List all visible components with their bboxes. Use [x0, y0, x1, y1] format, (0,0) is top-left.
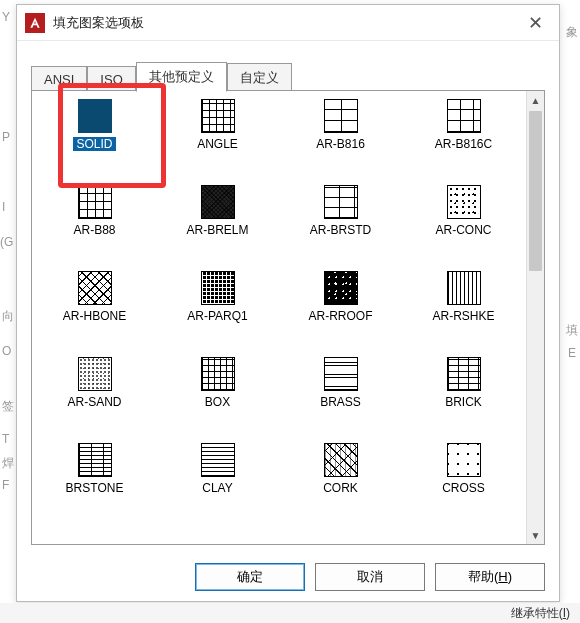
cancel-button[interactable]: 取消	[315, 563, 425, 591]
pattern-swatch-icon	[447, 443, 481, 477]
pattern-label: CORK	[323, 481, 358, 495]
tab-ANSI[interactable]: ANSI	[31, 66, 87, 92]
pattern-label: AR-B88	[73, 223, 115, 237]
pattern-swatch-icon	[78, 99, 112, 133]
pattern-label: AR-RROOF	[309, 309, 373, 323]
pattern-swatch-icon	[201, 357, 235, 391]
pattern-label: AR-BRSTD	[310, 223, 371, 237]
pattern-label: AR-RSHKE	[432, 309, 494, 323]
pattern-swatch-icon	[78, 357, 112, 391]
pattern-item-ar-sand[interactable]: AR-SAND	[45, 357, 145, 409]
pattern-item-ar-conc[interactable]: AR-CONC	[414, 185, 514, 237]
pattern-swatch-icon	[78, 271, 112, 305]
pattern-item-ar-rshke[interactable]: AR-RSHKE	[414, 271, 514, 323]
scroll-down-arrow-icon[interactable]: ▼	[527, 526, 544, 544]
pattern-label: AR-B816	[316, 137, 365, 151]
tab-ISO[interactable]: ISO	[87, 66, 135, 92]
pattern-swatch-icon	[324, 185, 358, 219]
pattern-item-ar-hbone[interactable]: AR-HBONE	[45, 271, 145, 323]
pattern-label: BRICK	[445, 395, 482, 409]
pattern-swatch-icon	[324, 443, 358, 477]
pattern-label: ANGLE	[197, 137, 238, 151]
pattern-item-box[interactable]: BOX	[168, 357, 268, 409]
pattern-item-cross[interactable]: CROSS	[414, 443, 514, 495]
scrollbar-vertical[interactable]: ▲ ▼	[526, 91, 544, 544]
tab-自定义[interactable]: 自定义	[227, 63, 292, 92]
pattern-swatch-icon	[201, 443, 235, 477]
pattern-grid-wrap: SOLIDANGLEAR-B816AR-B816CAR-B88AR-BRELMA…	[32, 91, 526, 544]
hatch-pattern-palette-dialog: 填充图案选项板 ✕ ANSIISO其他预定义自定义 SOLIDANGLEAR-B…	[16, 4, 560, 602]
pattern-item-ar-brstd[interactable]: AR-BRSTD	[291, 185, 391, 237]
pattern-grid: SOLIDANGLEAR-B816AR-B816CAR-B88AR-BRELMA…	[36, 99, 522, 495]
ok-button-label: 确定	[237, 568, 263, 586]
pattern-swatch-icon	[201, 271, 235, 305]
pattern-swatch-icon	[447, 99, 481, 133]
titlebar: 填充图案选项板 ✕	[17, 5, 559, 41]
dialog-title: 填充图案选项板	[53, 14, 144, 32]
pattern-swatch-icon	[447, 185, 481, 219]
help-button[interactable]: 帮助(H)	[435, 563, 545, 591]
pattern-swatch-icon	[78, 185, 112, 219]
pattern-item-clay[interactable]: CLAY	[168, 443, 268, 495]
tab-strip: ANSIISO其他预定义自定义	[17, 41, 559, 91]
ok-button[interactable]: 确定	[195, 563, 305, 591]
scroll-up-arrow-icon[interactable]: ▲	[527, 91, 544, 109]
pattern-label: AR-HBONE	[63, 309, 126, 323]
pattern-swatch-icon	[447, 357, 481, 391]
pattern-label: BOX	[205, 395, 230, 409]
pattern-item-ar-brelm[interactable]: AR-BRELM	[168, 185, 268, 237]
pattern-swatch-icon	[324, 357, 358, 391]
pattern-pane: SOLIDANGLEAR-B816AR-B816CAR-B88AR-BRELMA…	[31, 90, 545, 545]
pattern-item-brick[interactable]: BRICK	[414, 357, 514, 409]
dialog-button-row: 确定 取消 帮助(H)	[17, 563, 559, 591]
pattern-item-brass[interactable]: BRASS	[291, 357, 391, 409]
pattern-label: AR-BRELM	[186, 223, 248, 237]
help-button-label: 帮助(H)	[468, 568, 512, 586]
pattern-item-ar-b816[interactable]: AR-B816	[291, 99, 391, 151]
pattern-swatch-icon	[78, 443, 112, 477]
pattern-swatch-icon	[201, 99, 235, 133]
pattern-item-cork[interactable]: CORK	[291, 443, 391, 495]
pattern-label: BRSTONE	[66, 481, 124, 495]
pattern-label: AR-CONC	[436, 223, 492, 237]
pattern-label: AR-PARQ1	[187, 309, 247, 323]
close-button[interactable]: ✕	[517, 9, 553, 37]
pattern-item-ar-rroof[interactable]: AR-RROOF	[291, 271, 391, 323]
pattern-item-brstone[interactable]: BRSTONE	[45, 443, 145, 495]
scroll-thumb[interactable]	[529, 111, 542, 271]
pattern-label: BRASS	[320, 395, 361, 409]
autocad-app-icon	[25, 13, 45, 33]
footer-strip: 继承特性(I)	[0, 603, 580, 623]
pattern-swatch-icon	[324, 99, 358, 133]
pattern-swatch-icon	[324, 271, 358, 305]
pattern-swatch-icon	[201, 185, 235, 219]
pattern-label: SOLID	[73, 137, 115, 151]
tab-其他预定义[interactable]: 其他预定义	[136, 62, 227, 92]
pattern-item-angle[interactable]: ANGLE	[168, 99, 268, 151]
pattern-label: CLAY	[202, 481, 232, 495]
pattern-item-ar-b88[interactable]: AR-B88	[45, 185, 145, 237]
pattern-item-solid[interactable]: SOLID	[45, 99, 145, 151]
inherit-properties-label[interactable]: 继承特性(I)	[511, 605, 570, 622]
pattern-item-ar-b816c[interactable]: AR-B816C	[414, 99, 514, 151]
pattern-item-ar-parq1[interactable]: AR-PARQ1	[168, 271, 268, 323]
pattern-label: AR-SAND	[67, 395, 121, 409]
pattern-label: CROSS	[442, 481, 485, 495]
pattern-swatch-icon	[447, 271, 481, 305]
cancel-button-label: 取消	[357, 568, 383, 586]
pattern-label: AR-B816C	[435, 137, 492, 151]
close-icon: ✕	[528, 12, 543, 34]
